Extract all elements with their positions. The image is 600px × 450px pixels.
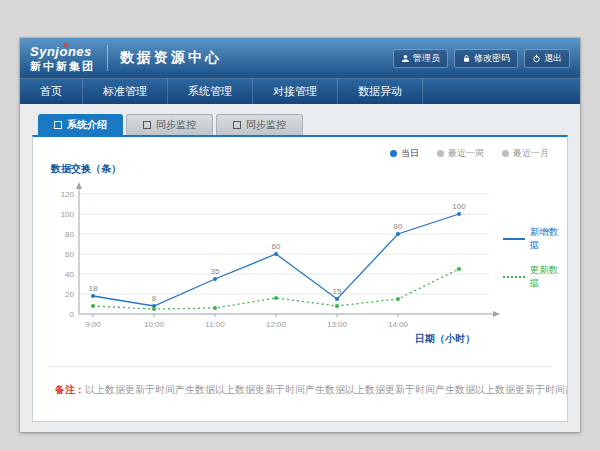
brand-logo: Synjones 新中新集团 <box>30 45 95 72</box>
app-header: Synjones 新中新集团 数据资源中心 管理员 修改密码 <box>20 38 580 78</box>
svg-text:18: 18 <box>89 284 98 293</box>
svg-text:9:00: 9:00 <box>85 320 101 329</box>
user-icon <box>401 54 410 63</box>
nav-item-home[interactable]: 首页 <box>20 79 83 104</box>
svg-text:100: 100 <box>61 210 75 219</box>
tab-label: 同步监控 <box>246 118 286 132</box>
solid-line-icon <box>503 238 525 240</box>
change-password-label: 修改密码 <box>474 52 510 65</box>
nav-item-system-mgmt[interactable]: 系统管理 <box>168 79 253 104</box>
time-range-legend: 当日 最近一周 最近一月 <box>33 137 567 160</box>
tab-system-intro[interactable]: 系统介绍 <box>38 114 123 135</box>
tab-document-icon <box>143 121 151 129</box>
svg-text:15: 15 <box>333 287 342 296</box>
svg-text:100: 100 <box>452 202 466 211</box>
line-chart: 0204060801001209:0010:0011:0012:0013:001… <box>41 178 501 336</box>
x-axis-title: 日期（小时） <box>33 332 567 346</box>
change-password-button[interactable]: 修改密码 <box>454 49 518 68</box>
legend-dot-icon <box>390 150 397 157</box>
app-window: Synjones 新中新集团 数据资源中心 管理员 修改密码 <box>20 38 580 432</box>
legend-label: 当日 <box>401 147 419 160</box>
series-legend: 新增数据 更新数据 <box>503 226 567 290</box>
legend-dot-icon <box>437 150 444 157</box>
legend-item-last-week[interactable]: 最近一周 <box>437 147 484 160</box>
logout-label: 退出 <box>544 52 562 65</box>
dotted-line-icon <box>503 276 525 278</box>
legend-item-today[interactable]: 当日 <box>390 147 419 160</box>
nav-item-integration-mgmt[interactable]: 对接管理 <box>253 79 338 104</box>
svg-text:120: 120 <box>61 190 75 199</box>
svg-text:0: 0 <box>70 310 75 319</box>
svg-text:80: 80 <box>65 230 74 239</box>
y-axis-title: 数据交换（条） <box>51 162 567 176</box>
svg-text:20: 20 <box>65 290 74 299</box>
content-area: 系统介绍 同步监控 同步监控 当日 最近一周 <box>20 104 580 432</box>
brand-name-cn: 新中新集团 <box>30 61 95 72</box>
logout-button[interactable]: 退出 <box>524 49 570 68</box>
series-label: 新增数据 <box>530 226 567 252</box>
brand-dot-icon <box>64 43 68 47</box>
legend-dot-icon <box>502 150 509 157</box>
series-legend-updated-data[interactable]: 更新数据 <box>503 264 567 290</box>
svg-text:60: 60 <box>65 250 74 259</box>
tab-sync-monitor-1[interactable]: 同步监控 <box>126 114 213 135</box>
svg-text:11:00: 11:00 <box>205 320 225 329</box>
series-label: 更新数据 <box>530 264 567 290</box>
lock-icon <box>462 54 471 63</box>
tab-document-icon <box>54 121 62 129</box>
admin-user-label: 管理员 <box>413 52 440 65</box>
legend-label: 最近一周 <box>448 147 484 160</box>
tab-sync-monitor-2[interactable]: 同步监控 <box>216 114 303 135</box>
tab-label: 系统介绍 <box>67 118 107 132</box>
brand-name: Synjones <box>30 45 95 58</box>
series-legend-new-data[interactable]: 新增数据 <box>503 226 567 252</box>
chart-row: 0204060801001209:0010:0011:0012:0013:001… <box>33 178 567 336</box>
power-icon <box>532 54 541 63</box>
admin-user-button[interactable]: 管理员 <box>393 49 448 68</box>
nav-item-data-change[interactable]: 数据异动 <box>338 79 423 104</box>
header-divider <box>107 45 108 71</box>
svg-text:40: 40 <box>65 270 74 279</box>
svg-text:14:00: 14:00 <box>388 320 409 329</box>
legend-label: 最近一月 <box>513 147 549 160</box>
tab-document-icon <box>233 121 241 129</box>
note-label: 备注： <box>55 384 85 395</box>
nav-item-standard-mgmt[interactable]: 标准管理 <box>83 79 168 104</box>
page-title: 数据资源中心 <box>120 49 222 67</box>
nav-bar: 首页 标准管理 系统管理 对接管理 数据异动 <box>20 78 580 104</box>
svg-text:13:00: 13:00 <box>327 320 348 329</box>
svg-text:60: 60 <box>272 242 281 251</box>
svg-text:80: 80 <box>394 222 403 231</box>
note-text: 以上数据更新于时间产生数据以上数据更新于时间产生数据以上数据更新于时间产生数据以… <box>85 384 567 395</box>
svg-text:10:00: 10:00 <box>144 320 165 329</box>
chart-panel: 当日 最近一周 最近一月 数据交换（条） 0204060801001209:00… <box>32 135 568 422</box>
header-actions: 管理员 修改密码 退出 <box>393 49 570 68</box>
svg-text:35: 35 <box>211 267 220 276</box>
tab-bar: 系统介绍 同步监控 同步监控 <box>32 114 568 135</box>
legend-item-last-month[interactable]: 最近一月 <box>502 147 549 160</box>
tab-label: 同步监控 <box>156 118 196 132</box>
svg-text:12:00: 12:00 <box>266 320 287 329</box>
note-row: 备注：以上数据更新于时间产生数据以上数据更新于时间产生数据以上数据更新于时间产生… <box>33 367 567 397</box>
svg-text:8: 8 <box>152 294 157 303</box>
